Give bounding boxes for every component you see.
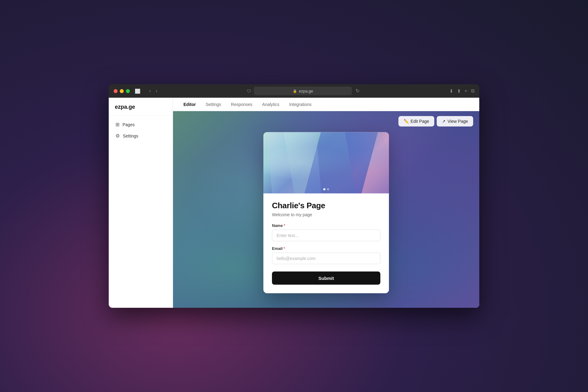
hero-shape-3 [266,132,322,194]
sidebar-nav: ⊞ Pages ⚙ Settings [109,115,173,145]
tab-responses[interactable]: Responses [227,100,257,109]
form-group-name: Name * [272,223,380,241]
shield-icon: 🛡 [247,89,251,94]
edit-page-button[interactable]: ✏️ Edit Page [398,116,435,126]
sidebar: ezpa.ge ⊞ Pages ⚙ Settings [109,98,173,308]
share-button[interactable]: ⬆ [457,88,461,94]
browser-window: ⬜ ‹ › 🛡 🔒 ezpa.ge ↻ ⬇ ⬆ + ⧉ ezpa.ge ⊞ [109,84,479,308]
email-input[interactable] [272,253,380,264]
lock-icon: 🔒 [293,89,297,93]
external-link-icon: ↗ [442,119,446,124]
sidebar-item-settings-label: Settings [123,134,138,138]
card-title: Charlie's Page [272,201,380,210]
email-label: Email * [272,246,380,251]
page-card: Charlie's Page Welcome to my page Name * [263,132,389,293]
email-required-star: * [284,246,285,251]
traffic-light-yellow[interactable] [120,89,124,93]
view-page-button[interactable]: ↗ View Page [437,116,473,126]
back-button[interactable]: ‹ [148,88,152,94]
name-label: Name * [272,223,380,228]
traffic-light-green[interactable] [126,89,130,93]
editor-toolbar: ✏️ Edit Page ↗ View Page [398,116,473,126]
edit-page-label: Edit Page [411,119,429,124]
name-input[interactable] [272,230,380,241]
tab-settings[interactable]: Settings [201,100,225,109]
sidebar-item-settings[interactable]: ⚙ Settings [112,130,170,141]
tab-integrations[interactable]: Integrations [285,100,316,109]
name-required-star: * [284,223,285,228]
browser-titlebar: ⬜ ‹ › 🛡 🔒 ezpa.ge ↻ ⬇ ⬆ + ⧉ [109,84,479,98]
card-dots [323,188,329,190]
submit-button[interactable]: Submit [272,272,380,285]
tab-editor[interactable]: Editor [179,100,200,109]
sidebar-item-pages-label: Pages [123,122,135,127]
sidebar-toggle-button[interactable]: ⬜ [134,88,142,94]
browser-actions-right: ⬇ ⬆ + ⧉ [449,88,474,94]
address-bar-container: 🛡 🔒 ezpa.ge ↻ [162,87,446,95]
new-tab-button[interactable]: + [465,88,467,94]
settings-icon: ⚙ [115,133,120,139]
address-bar[interactable]: 🔒 ezpa.ge [254,87,352,95]
carousel-dot-2[interactable] [327,188,329,190]
traffic-light-red[interactable] [114,89,118,93]
editor-area: ✏️ Edit Page ↗ View Page [173,111,479,308]
sidebar-item-pages[interactable]: ⊞ Pages [112,119,170,130]
sidebar-logo: ezpa.ge [109,98,173,115]
carousel-dot-1[interactable] [323,188,326,190]
tabs-overview-button[interactable]: ⧉ [471,88,474,94]
card-hero-shapes [263,132,389,194]
app-layout: ezpa.ge ⊞ Pages ⚙ Settings Editor Settin… [109,98,479,308]
main-content: Editor Settings Responses Analytics Inte… [173,98,479,308]
download-button[interactable]: ⬇ [449,88,453,94]
top-nav: Editor Settings Responses Analytics Inte… [173,98,479,111]
tab-analytics[interactable]: Analytics [258,100,284,109]
url-text: ezpa.ge [299,89,313,93]
forward-button[interactable]: › [154,88,158,94]
edit-icon: ✏️ [404,119,409,124]
form-group-email: Email * [272,246,380,264]
pages-icon: ⊞ [115,122,119,127]
card-subtitle: Welcome to my page [272,212,380,217]
traffic-lights [114,89,130,93]
card-hero [263,132,389,194]
browser-nav-controls: ‹ › [148,88,159,94]
card-body: Charlie's Page Welcome to my page Name * [263,194,389,293]
view-page-label: View Page [447,119,468,124]
reload-button[interactable]: ↻ [354,88,361,94]
